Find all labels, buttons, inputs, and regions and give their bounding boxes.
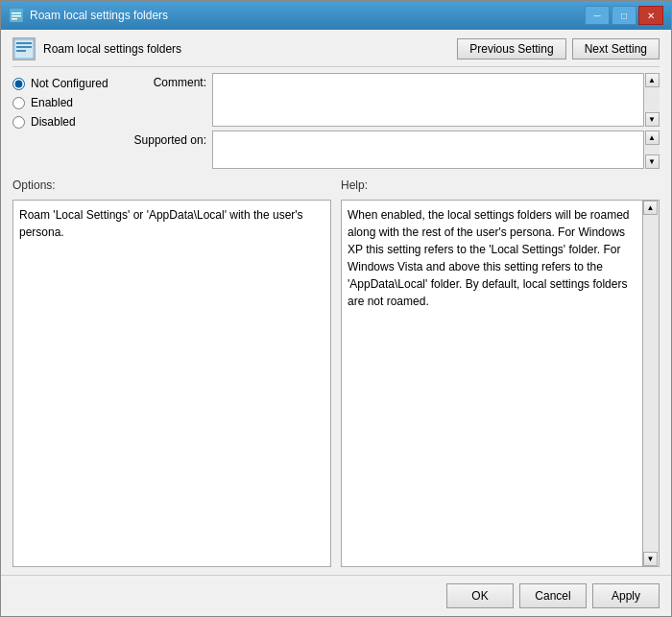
svg-rect-5 bbox=[16, 42, 32, 44]
help-panel: When enabled, the local settings folders… bbox=[341, 200, 660, 567]
disabled-label: Disabled bbox=[31, 115, 76, 129]
options-text: Roam 'Local Settings' or 'AppData\Local'… bbox=[19, 206, 324, 241]
supported-scroll-down[interactable]: ▼ bbox=[645, 154, 660, 169]
maximize-button[interactable]: □ bbox=[612, 6, 636, 25]
comment-field-wrap: ▲ ▼ bbox=[212, 73, 660, 127]
scroll-down-arrow[interactable]: ▼ bbox=[645, 112, 660, 127]
enabled-option[interactable]: Enabled bbox=[12, 96, 118, 109]
footer: OK Cancel Apply bbox=[1, 575, 671, 616]
content-area: Roam local settings folders Previous Set… bbox=[1, 30, 671, 575]
not-configured-radio[interactable] bbox=[12, 78, 25, 90]
help-scrollbar: ▲ ▼ bbox=[642, 201, 659, 566]
svg-rect-2 bbox=[12, 15, 21, 17]
window-controls: ─ □ ✕ bbox=[585, 6, 663, 25]
bottom-panels: Roam 'Local Settings' or 'AppData\Local'… bbox=[12, 200, 660, 567]
svg-rect-3 bbox=[12, 18, 17, 20]
radio-group: Not Configured Enabled Disabled bbox=[12, 73, 118, 169]
not-configured-label: Not Configured bbox=[31, 77, 108, 90]
enabled-radio[interactable] bbox=[12, 97, 25, 109]
policy-icon bbox=[12, 37, 36, 60]
supported-label: Supported on: bbox=[128, 131, 206, 147]
fields-section: Comment: ▲ ▼ Supported on: bbox=[128, 73, 660, 169]
supported-field-wrap: ▲ ▼ bbox=[212, 131, 660, 169]
scroll-track bbox=[644, 87, 660, 112]
help-scroll-up[interactable]: ▲ bbox=[643, 201, 658, 215]
apply-button[interactable]: Apply bbox=[592, 583, 660, 608]
comment-textarea[interactable] bbox=[212, 73, 660, 127]
close-button[interactable]: ✕ bbox=[638, 6, 663, 25]
header-row: Roam local settings folders Previous Set… bbox=[12, 37, 660, 67]
help-text: When enabled, the local settings folders… bbox=[348, 206, 653, 310]
window-title: Roam local settings folders bbox=[30, 9, 585, 22]
svg-rect-7 bbox=[16, 50, 26, 52]
comment-scrollbar: ▲ ▼ bbox=[643, 73, 660, 127]
disabled-option[interactable]: Disabled bbox=[12, 115, 118, 129]
cancel-button[interactable]: Cancel bbox=[519, 583, 587, 608]
help-section-label: Help: bbox=[341, 178, 660, 192]
supported-scroll-up[interactable]: ▲ bbox=[645, 131, 660, 145]
comment-row: Comment: ▲ ▼ bbox=[128, 73, 660, 127]
previous-setting-button[interactable]: Previous Setting bbox=[457, 38, 565, 59]
help-scroll-track bbox=[643, 215, 659, 552]
main-window: Roam local settings folders ─ □ ✕ Roam l… bbox=[0, 0, 672, 617]
scroll-up-arrow[interactable]: ▲ bbox=[645, 73, 660, 87]
titlebar: Roam local settings folders ─ □ ✕ bbox=[1, 1, 671, 30]
comment-label: Comment: bbox=[128, 73, 206, 89]
supported-textarea[interactable] bbox=[212, 131, 660, 169]
options-panel: Roam 'Local Settings' or 'AppData\Local'… bbox=[12, 200, 331, 567]
supported-scroll-track bbox=[644, 145, 660, 154]
svg-rect-1 bbox=[12, 12, 21, 14]
not-configured-option[interactable]: Not Configured bbox=[12, 77, 118, 90]
next-setting-button[interactable]: Next Setting bbox=[572, 38, 660, 59]
help-scroll-down[interactable]: ▼ bbox=[643, 552, 658, 566]
disabled-radio[interactable] bbox=[12, 116, 25, 129]
supported-row: Supported on: ▲ ▼ bbox=[128, 131, 660, 169]
svg-rect-6 bbox=[16, 46, 32, 48]
ok-button[interactable]: OK bbox=[446, 583, 514, 608]
minimize-button[interactable]: ─ bbox=[585, 6, 610, 25]
enabled-label: Enabled bbox=[31, 96, 73, 109]
navigation-buttons: Previous Setting Next Setting bbox=[457, 38, 660, 59]
middle-section: Not Configured Enabled Disabled Comment: bbox=[12, 73, 660, 169]
options-section-label: Options: bbox=[12, 178, 331, 192]
supported-scrollbar: ▲ ▼ bbox=[643, 131, 660, 169]
section-labels-row: Options: Help: bbox=[12, 178, 660, 192]
header-left: Roam local settings folders bbox=[12, 37, 181, 60]
titlebar-icon bbox=[9, 8, 24, 23]
header-title: Roam local settings folders bbox=[43, 42, 181, 56]
